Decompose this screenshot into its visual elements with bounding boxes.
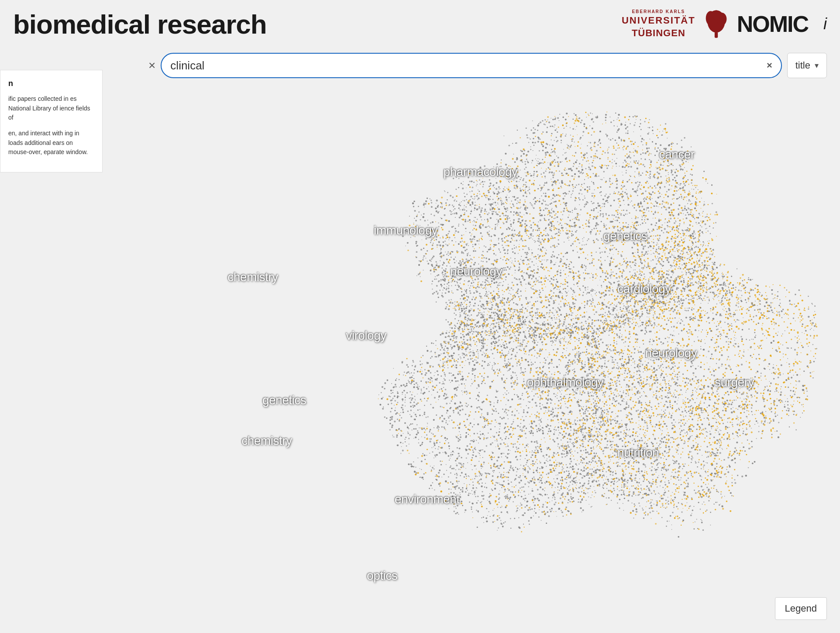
- svg-point-6710: [742, 424, 743, 425]
- svg-point-3376: [639, 413, 640, 414]
- svg-point-5974: [606, 405, 607, 406]
- svg-point-324: [542, 159, 543, 160]
- svg-point-12701: [517, 342, 519, 344]
- svg-point-13018: [556, 206, 557, 208]
- search-close-button[interactable]: ×: [148, 58, 155, 72]
- svg-point-11601: [725, 368, 727, 369]
- info-icon[interactable]: i: [823, 15, 827, 33]
- svg-point-12546: [559, 490, 560, 491]
- svg-point-6197: [614, 342, 615, 344]
- svg-point-2754: [654, 382, 656, 384]
- svg-point-6045: [457, 285, 459, 286]
- svg-point-10425: [504, 432, 505, 433]
- svg-point-13261: [636, 210, 637, 211]
- svg-point-6202: [538, 333, 539, 334]
- svg-point-8700: [533, 432, 534, 433]
- svg-point-12904: [551, 374, 552, 375]
- svg-point-7241: [394, 396, 396, 397]
- svg-point-5393: [590, 343, 592, 344]
- svg-point-9858: [563, 415, 564, 416]
- svg-point-7484: [579, 482, 581, 484]
- search-input[interactable]: [170, 59, 767, 72]
- svg-point-6991: [716, 329, 717, 330]
- svg-point-2442: [683, 415, 684, 416]
- svg-point-2494: [407, 426, 408, 427]
- svg-point-4135: [734, 335, 735, 336]
- svg-point-1706: [730, 316, 732, 317]
- svg-point-5044: [492, 298, 492, 299]
- svg-point-287: [597, 116, 598, 117]
- svg-point-2476: [517, 293, 518, 294]
- svg-point-4272: [625, 155, 626, 156]
- svg-point-12472: [678, 395, 679, 396]
- svg-point-7709: [651, 224, 652, 225]
- svg-point-5254: [467, 318, 469, 320]
- svg-point-1131: [454, 308, 455, 309]
- svg-point-7166: [601, 408, 602, 409]
- svg-point-6535: [726, 274, 726, 275]
- svg-point-13392: [697, 380, 698, 381]
- svg-point-8225: [656, 443, 657, 444]
- search-clear-button[interactable]: ×: [767, 60, 772, 71]
- svg-point-781: [554, 503, 555, 505]
- svg-point-12129: [628, 166, 630, 167]
- svg-point-9879: [499, 490, 500, 491]
- svg-point-11073: [651, 486, 652, 488]
- svg-point-6850: [505, 456, 506, 457]
- svg-point-602: [585, 452, 587, 454]
- svg-point-9366: [429, 391, 430, 392]
- svg-point-2309: [413, 402, 415, 403]
- svg-point-10742: [609, 433, 611, 434]
- svg-point-4464: [534, 504, 536, 506]
- svg-point-11305: [778, 392, 779, 393]
- map-container[interactable]: pharmacologycancerimmunologygeneticsneur…: [144, 48, 840, 633]
- svg-point-11275: [534, 197, 536, 199]
- svg-point-9792: [567, 362, 569, 364]
- svg-point-486: [569, 323, 571, 325]
- svg-point-12113: [529, 180, 530, 182]
- svg-point-12199: [658, 278, 660, 280]
- legend-box[interactable]: Legend: [775, 597, 827, 620]
- svg-point-9303: [691, 458, 692, 460]
- svg-point-12572: [472, 482, 473, 482]
- svg-point-13113: [577, 214, 578, 216]
- svg-point-1639: [541, 341, 543, 343]
- svg-point-9194: [587, 158, 588, 158]
- svg-point-581: [501, 314, 502, 315]
- svg-point-11778: [710, 233, 711, 234]
- svg-point-7054: [616, 445, 617, 447]
- field-selector-dropdown[interactable]: title ▾: [787, 53, 827, 78]
- svg-point-5261: [499, 285, 500, 286]
- svg-point-9954: [686, 412, 687, 413]
- svg-point-483: [640, 488, 642, 489]
- svg-point-8542: [732, 295, 733, 296]
- svg-point-10926: [482, 298, 482, 299]
- svg-point-13064: [558, 400, 559, 401]
- svg-point-4412: [639, 478, 640, 479]
- svg-point-7120: [692, 398, 693, 399]
- svg-point-3511: [548, 294, 550, 296]
- svg-point-4196: [442, 296, 444, 298]
- svg-point-8001: [559, 286, 561, 287]
- svg-point-7829: [680, 458, 681, 458]
- svg-point-9900: [706, 495, 707, 497]
- svg-point-347: [666, 249, 667, 250]
- svg-point-1904: [498, 291, 499, 292]
- svg-point-2601: [671, 241, 672, 241]
- svg-point-8394: [682, 294, 682, 295]
- svg-point-7642: [751, 431, 753, 433]
- svg-point-13072: [544, 373, 546, 375]
- svg-point-7227: [690, 236, 691, 237]
- svg-point-8851: [471, 330, 472, 332]
- svg-point-8421: [513, 493, 513, 494]
- svg-point-9147: [479, 240, 480, 241]
- svg-point-9785: [497, 293, 499, 295]
- svg-point-2505: [637, 195, 638, 196]
- svg-point-1917: [434, 279, 436, 280]
- svg-point-5164: [503, 191, 504, 193]
- svg-point-7946: [696, 436, 698, 437]
- svg-point-12110: [488, 234, 490, 235]
- svg-point-13353: [482, 495, 484, 497]
- svg-point-12412: [542, 467, 544, 468]
- svg-point-7631: [535, 241, 536, 242]
